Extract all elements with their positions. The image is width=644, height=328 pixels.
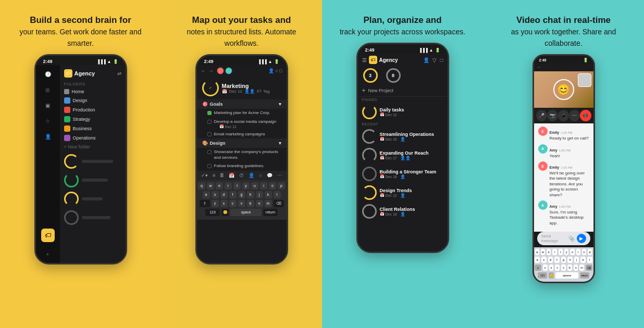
task-item: Follow branding guidelines. bbox=[197, 162, 287, 170]
sidebar-box-icon[interactable]: ▣ bbox=[42, 99, 54, 111]
phone3-content: ☰ 🏷 Agency 👤 ▽ □ 3 8 bbox=[358, 54, 448, 251]
call-controls: 🎤 📷 📱 ⋯ 📵 bbox=[534, 108, 593, 123]
phone2-content: ← → 👤 ○ □ ✓ Marketing 📅 bbox=[197, 65, 287, 263]
project-design-trends[interactable]: Design Trends 📅Dec 12 👤 bbox=[358, 183, 448, 202]
status-bar-2: 2:49 ▐▐▐ ▲ 🔋 bbox=[197, 56, 287, 65]
phone3-header: ☰ 🏷 Agency 👤 ▽ □ bbox=[358, 54, 448, 66]
panel-3: Plan, organize and track your projects a… bbox=[322, 0, 483, 328]
phone1-sidebar: 🕐 ◎ ▣ ☆ 👤 🏷 + bbox=[36, 65, 60, 263]
sidebar-star-icon[interactable]: ☆ bbox=[42, 115, 54, 127]
video-btn[interactable]: 📷 bbox=[547, 110, 558, 121]
sidebar-chart-icon[interactable]: ◎ bbox=[42, 84, 54, 95]
section-goals: 🎯 Goals ▾ bbox=[197, 99, 287, 109]
pinned-label: PINNED bbox=[358, 97, 448, 103]
folder-business[interactable]: Business bbox=[60, 124, 126, 133]
workspace-icon-3: 🏷 bbox=[369, 56, 377, 64]
mute-btn[interactable]: 🎤 bbox=[536, 110, 547, 121]
phone-3: 2:49 ▐▐▐ ▲ 🔋 ☰ 🏷 Agency 👤 ▽ bbox=[356, 43, 449, 253]
folder-design[interactable]: Design bbox=[60, 96, 126, 105]
new-folder-btn[interactable]: + New folder bbox=[60, 143, 126, 151]
editor-toolbar: ✓▾ ≡ ≣ 📅 ⏱ 👤 ○ 💬 ⋯ bbox=[197, 171, 287, 180]
message-input-row: Send message 📎 ▶ bbox=[537, 232, 590, 245]
status-bar-3: 2:49 ▐▐▐ ▲ 🔋 bbox=[358, 44, 448, 54]
panel-1-heading: Build a second brain for your teams. Get… bbox=[8, 15, 153, 49]
keyboard: qwertyuiop asdfghjkl ⇧zxcvbnm⌫ 123😊space… bbox=[197, 180, 287, 220]
task-item: Develop a social media campaign 📅Dec 12 bbox=[197, 118, 287, 130]
panel-2: Map out your tasks and notes in structur… bbox=[161, 0, 322, 328]
panel-2-heading: Map out your tasks and notes in structur… bbox=[169, 15, 314, 49]
more-btn[interactable]: ⋯ bbox=[569, 110, 580, 121]
phone4-keyboard: q w e r t y u i o p a s d bbox=[534, 247, 593, 282]
folder-production[interactable]: Production bbox=[60, 105, 126, 115]
recent-label: RECENT bbox=[358, 121, 448, 127]
send-btn[interactable]: ▶ bbox=[577, 234, 586, 243]
panel-1: Build a second brain for your teams. Get… bbox=[0, 0, 161, 328]
folder-home[interactable]: Home bbox=[60, 87, 126, 96]
sidebar-clock-icon[interactable]: 🕐 bbox=[42, 68, 54, 80]
task-item: Showcase the company's products and serv… bbox=[197, 148, 287, 162]
phone-1: 2:49 ▐▐▐ ▲ 🔋 🕐 ◎ ▣ ☆ 👤 🏷 + bbox=[34, 54, 127, 264]
sidebar-user-icon[interactable]: 👤 bbox=[42, 131, 54, 142]
status-bar-4-small: 2:49 🔋 bbox=[534, 56, 593, 64]
phone-2: 2:49 ▐▐▐ ▲ 🔋 ← → 👤 ○ □ bbox=[195, 54, 288, 264]
workspace-icon: 🏷 bbox=[64, 69, 72, 78]
video-preview: 😊 bbox=[534, 71, 593, 108]
phone1-main: 🏷 Agency ⇌ FOLDERS Home Design bbox=[60, 65, 126, 263]
task-header: ✓ Marketing 📅 Dec 12 👤👤 🏷 Tag bbox=[197, 77, 287, 99]
project-building[interactable]: Building a Stronger Team 📅Dec 18 👤 bbox=[358, 165, 448, 183]
chat-msg-2: A Amy1:05 PM Yeah! bbox=[538, 144, 589, 159]
workspace-avatar[interactable]: 🏷 bbox=[41, 229, 55, 242]
folders-label: FOLDERS bbox=[60, 80, 126, 87]
task-item: Email marketing campaigns bbox=[197, 130, 287, 138]
sidebar-add-icon[interactable]: + bbox=[42, 248, 54, 260]
end-call-btn[interactable]: 📵 bbox=[580, 110, 591, 121]
project-expanding[interactable]: Expanding Our Reach 📅Dec 17 👤👤 bbox=[358, 146, 448, 165]
section-design: 🎨 Design ▾ bbox=[197, 138, 287, 148]
phone-4-small: 2:49 🔋 ← 😊 🎤 📷 📱 ⋯ 📵 bbox=[532, 54, 595, 283]
status-bar-1: 2:49 ▐▐▐ ▲ 🔋 bbox=[36, 56, 126, 65]
panel-3-heading: Plan, organize and track your projects a… bbox=[340, 15, 465, 37]
self-view bbox=[578, 73, 591, 87]
chat-msg-1: E Emily1:00 PM Ready to get on call? bbox=[538, 127, 589, 141]
new-project-btn[interactable]: + New Project bbox=[358, 85, 448, 97]
chat-msg-4: A Amy1:05 PM Sure, I'm using Taskade's d… bbox=[538, 200, 589, 226]
folder-strategy[interactable]: Strategy bbox=[60, 115, 126, 124]
phone1-layout: 🕐 ◎ ▣ ☆ 👤 🏷 + 🏷 Agency ⇌ FOLDERS bbox=[36, 65, 126, 263]
phone2-nav: ← → 👤 ○ □ bbox=[197, 65, 287, 77]
project-streamlining[interactable]: Streamlining Operations 📅Dec 16 👤 bbox=[358, 127, 448, 146]
project-count-row: 3 8 bbox=[358, 66, 448, 85]
panel-4-heading: Video chat in real-time as you work toge… bbox=[491, 15, 636, 49]
screen-share-btn[interactable]: 📱 bbox=[558, 110, 569, 121]
chat-area: E Emily1:00 PM Ready to get on call? A A… bbox=[534, 123, 593, 232]
project-daily-tasks[interactable]: Daily tasks 📅Dec 12 bbox=[358, 103, 448, 121]
project-client-relations[interactable]: Client Relations 📅Dec 18 👤 bbox=[358, 202, 448, 221]
chat-msg-3: E Emily1:00 PM We'll be going over the l… bbox=[538, 161, 589, 198]
task-item: Marketing plan for Acme Corp. bbox=[197, 109, 287, 117]
task-progress-circle: ✓ bbox=[202, 80, 219, 96]
phone1-header: 🏷 Agency ⇌ bbox=[60, 67, 126, 80]
folder-operations[interactable]: Operations bbox=[60, 133, 126, 143]
panel-4: Video chat in real-time as you work toge… bbox=[483, 0, 644, 328]
